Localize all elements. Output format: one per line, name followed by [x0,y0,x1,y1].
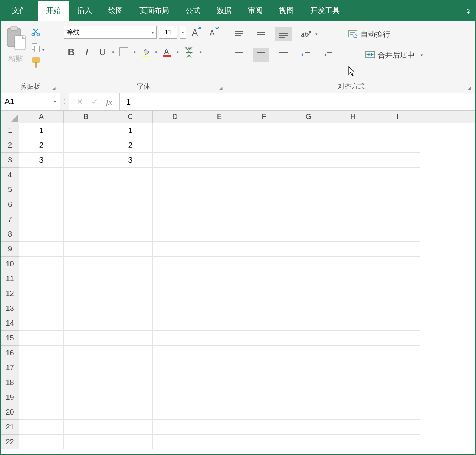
cell-I14[interactable] [375,316,420,331]
cell-I2[interactable] [375,138,420,153]
formula-input[interactable]: 1 [120,93,475,110]
cell-G7[interactable] [286,212,331,227]
cell-D12[interactable] [153,286,197,301]
tab-view[interactable]: 视图 [271,0,302,21]
cell-D10[interactable] [153,257,197,271]
underline-dropdown[interactable]: ▾ [111,50,116,55]
cell-E3[interactable] [197,153,242,168]
cell-B14[interactable] [64,316,108,331]
tab-file[interactable]: 文件 [1,0,38,21]
increase-font-size-button[interactable]: A [188,26,203,39]
fill-color-button[interactable] [138,44,153,59]
cell-E8[interactable] [197,227,242,242]
lightbulb-icon[interactable]: ♀ [465,1,475,21]
cell-D21[interactable] [153,420,197,435]
column-header-F[interactable]: F [242,111,286,123]
cell-A20[interactable] [19,405,64,420]
font-name-select[interactable]: 等线 ▾ [64,26,157,39]
row-header-15[interactable]: 15 [1,331,19,346]
cell-G19[interactable] [286,390,331,405]
cell-I20[interactable] [375,405,420,420]
row-header-14[interactable]: 14 [1,316,19,331]
alignment-launcher[interactable]: ◢ [468,86,473,91]
row-header-18[interactable]: 18 [1,375,19,390]
paste-icon[interactable] [4,26,27,52]
select-all-corner[interactable] [1,111,19,123]
row-header-4[interactable]: 4 [1,168,19,182]
borders-dropdown[interactable]: ▾ [132,50,137,55]
cell-G1[interactable] [286,123,331,138]
cell-D9[interactable] [153,242,197,257]
cell-A18[interactable] [19,375,64,390]
tab-draw[interactable]: 绘图 [100,0,131,21]
cell-G2[interactable] [286,138,331,153]
cell-C2[interactable]: 2 [108,138,153,153]
cell-F16[interactable] [242,346,286,360]
cell-C16[interactable] [108,346,153,360]
row-header-2[interactable]: 2 [1,138,19,153]
cell-C8[interactable] [108,227,153,242]
cell-D17[interactable] [153,360,197,375]
row-header-10[interactable]: 10 [1,257,19,271]
cell-E5[interactable] [197,182,242,197]
cell-C5[interactable] [108,182,153,197]
cell-C11[interactable] [108,271,153,286]
row-header-1[interactable]: 1 [1,123,19,138]
cell-B4[interactable] [64,168,108,182]
cell-H19[interactable] [331,390,375,405]
cell-F18[interactable] [242,375,286,390]
cell-B13[interactable] [64,301,108,316]
column-header-E[interactable]: E [197,111,242,123]
cell-E14[interactable] [197,316,242,331]
cell-F2[interactable] [242,138,286,153]
tab-insert[interactable]: 插入 [69,0,100,21]
row-header-16[interactable]: 16 [1,346,19,360]
cut-button[interactable] [29,26,42,38]
cell-B7[interactable] [64,212,108,227]
tab-page-layout[interactable]: 页面布局 [131,0,177,21]
cell-A19[interactable] [19,390,64,405]
cell-A2[interactable]: 2 [19,138,64,153]
cell-C4[interactable] [108,168,153,182]
bold-button[interactable]: B [64,44,79,59]
formula-bar-expand[interactable]: ⋮ [60,93,69,110]
underline-button[interactable]: U [95,44,110,59]
cell-F11[interactable] [242,271,286,286]
cell-G15[interactable] [286,331,331,346]
font-size-dropdown[interactable]: ▾ [180,26,186,39]
cell-H15[interactable] [331,331,375,346]
tab-home[interactable]: 开始 [38,0,69,21]
cell-I16[interactable] [375,346,420,360]
cell-F21[interactable] [242,420,286,435]
cell-H1[interactable] [331,123,375,138]
cell-D15[interactable] [153,331,197,346]
orientation-dropdown[interactable]: ▾ [314,32,319,37]
cell-A21[interactable] [19,420,64,435]
cell-I3[interactable] [375,153,420,168]
cell-B18[interactable] [64,375,108,390]
column-header-B[interactable]: B [64,111,108,123]
cell-G12[interactable] [286,286,331,301]
decrease-indent-button[interactable] [298,48,314,62]
cell-E22[interactable] [197,435,242,449]
borders-button[interactable] [116,44,131,59]
cell-I7[interactable] [375,212,420,227]
cell-G11[interactable] [286,271,331,286]
cell-F8[interactable] [242,227,286,242]
cell-H8[interactable] [331,227,375,242]
cell-G5[interactable] [286,182,331,197]
merge-dropdown[interactable]: ▾ [419,53,424,57]
cell-D1[interactable] [153,123,197,138]
row-header-20[interactable]: 20 [1,405,19,420]
cell-B16[interactable] [64,346,108,360]
column-header-I[interactable]: I [375,111,420,123]
cell-A13[interactable] [19,301,64,316]
cell-C13[interactable] [108,301,153,316]
font-color-button[interactable]: A [160,44,174,59]
cell-C12[interactable] [108,286,153,301]
cell-D7[interactable] [153,212,197,227]
cell-I4[interactable] [375,168,420,182]
cell-E17[interactable] [197,360,242,375]
cell-E13[interactable] [197,301,242,316]
cell-C15[interactable] [108,331,153,346]
